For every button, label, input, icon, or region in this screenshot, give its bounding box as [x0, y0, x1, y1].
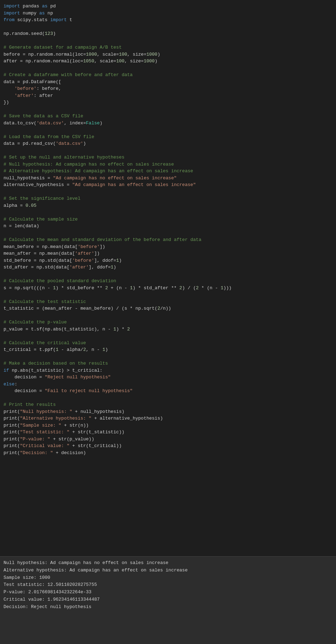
- code-line: print("Critical value: " + str(t_critica…: [4, 442, 332, 450]
- output-line: P-value: 2.01766981434232264e-33: [4, 589, 332, 596]
- code-line: # Generate dataset for ad campaign A/B t…: [4, 44, 332, 51]
- code-line: np.random.seed(123): [4, 30, 332, 37]
- code-line: data.to_csv('data.csv', index=False): [4, 120, 332, 127]
- code-line: decision = "Fail to reject null hypothes…: [4, 388, 332, 395]
- code-line: [4, 37, 332, 44]
- code-line: data = pd.DataFrame([: [4, 79, 332, 86]
- code-line: print("Test statistic: " + str(t_statist…: [4, 429, 332, 436]
- code-line: print("Sample size: " + str(n)): [4, 422, 332, 429]
- code-line: [4, 209, 332, 216]
- code-line: from scipy.stats import t: [4, 17, 332, 24]
- code-line: if np.abs(t_statistic) > t_critical:: [4, 367, 332, 374]
- code-line: alpha = 0.05: [4, 202, 332, 209]
- code-line: # Alternative hypothesis: Ad campaign ha…: [4, 168, 332, 175]
- code-line: # Calculate the p-value: [4, 319, 332, 326]
- code-line: p_value = t.sf(np.abs(t_statistic), n - …: [4, 326, 332, 333]
- code-line: [4, 106, 332, 113]
- code-line: # Calculate the pooled standard deviatio…: [4, 278, 332, 285]
- code-line: else:: [4, 381, 332, 388]
- code-line: [4, 333, 332, 340]
- code-line: null_hypothesis = "Ad campaign has no ef…: [4, 175, 332, 182]
- output-line: Test statistic: 12.501102028275755: [4, 581, 332, 589]
- code-line: import numpy as np: [4, 10, 332, 17]
- code-line: # Set the significance level: [4, 195, 332, 202]
- code-line: # Null hypothesis: Ad campaign has no ef…: [4, 161, 332, 168]
- code-line: # Calculate the mean and standard deviat…: [4, 236, 332, 243]
- code-line: [4, 271, 332, 278]
- code-line: print("Null hypothesis: " + null_hypothe…: [4, 408, 332, 415]
- code-line: [4, 147, 332, 154]
- code-line: print("Alternative hypothesis: " + alter…: [4, 415, 332, 422]
- code-line: [4, 291, 332, 298]
- code-line: # Calculate the test statistic: [4, 298, 332, 305]
- code-line: # Load the data from the CSV file: [4, 134, 332, 141]
- code-line: import pandas as pd: [4, 3, 332, 10]
- code-line: n = len(data): [4, 223, 332, 230]
- code-line: }): [4, 99, 332, 106]
- code-line: # Save the data as a CSV file: [4, 113, 332, 120]
- code-line: print("Decision: " + decision): [4, 450, 332, 457]
- code-line: # Calculate the critical value: [4, 340, 332, 347]
- code-line: mean_after = np.mean(data['after']): [4, 250, 332, 257]
- code-line: s = np.sqrt(((n - 1) * std_before ** 2 +…: [4, 285, 332, 292]
- code-line: 'before': before,: [4, 85, 332, 92]
- output-line: Null hypothesis: Ad campaign has no effe…: [4, 559, 332, 567]
- output-line: Critical value: 1.96234146113344487: [4, 596, 332, 603]
- code-line: before = np.random.normal(loc=1000, scal…: [4, 51, 332, 58]
- code-line: std_before = np.std(data['before'], ddof…: [4, 257, 332, 264]
- code-line: [4, 230, 332, 237]
- code-line: after = np.random.normal(loc=1050, scale…: [4, 58, 332, 65]
- code-line: # Print the results: [4, 401, 332, 408]
- code-line: t_statistic = (mean_after - mean_before)…: [4, 305, 332, 312]
- code-line: [4, 395, 332, 402]
- code-line: mean_before = np.mean(data['before']): [4, 243, 332, 250]
- code-line: # Calculate the sample size: [4, 216, 332, 223]
- code-line: std_after = np.std(data['after'], ddof=1…: [4, 264, 332, 271]
- code-line: [4, 312, 332, 319]
- code-editor: import pandas as pdimport numpy as npfro…: [0, 0, 336, 557]
- code-line: # Set up the null and alternative hypoth…: [4, 154, 332, 161]
- code-line: [4, 188, 332, 196]
- code-line: 'after': after: [4, 92, 332, 99]
- code-line: [4, 126, 332, 134]
- code-line: # Make a decision based on the results: [4, 360, 332, 367]
- output-line: Decision: Reject null hypothesis: [4, 603, 332, 611]
- code-line: print("P-value: " + str(p_value)): [4, 436, 332, 443]
- code-line: [4, 24, 332, 31]
- output-line: Alternative hypothesis: Ad campaign has …: [4, 567, 332, 574]
- code-line: # Create a dataframe with before and aft…: [4, 72, 332, 79]
- code-line: [4, 353, 332, 360]
- code-line: decision = "Reject null hypothesis": [4, 374, 332, 381]
- code-line: t_critical = t.ppf(1 - alpha/2, n - 1): [4, 346, 332, 353]
- output-line: Sample size: 1000: [4, 574, 332, 582]
- output-panel: Null hypothesis: Ad campaign has no effe…: [0, 557, 336, 644]
- code-line: alternative_hypothesis = "Ad campaign ha…: [4, 181, 332, 188]
- code-line: data = pd.read_csv('data.csv'): [4, 140, 332, 147]
- code-line: [4, 65, 332, 72]
